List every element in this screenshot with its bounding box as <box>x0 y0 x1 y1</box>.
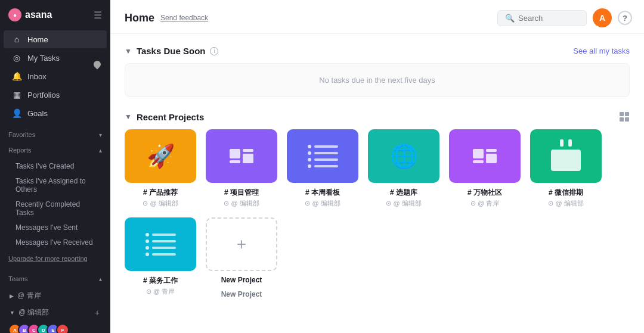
projects-section-chevron[interactable]: ▼ <box>125 113 132 121</box>
project-name-product-push: # 产品推荐 <box>143 188 178 198</box>
reports-label: Reports <box>8 147 32 154</box>
board-icon <box>225 144 258 168</box>
team-at-icon: ⊙ <box>305 200 310 207</box>
team-qingyan[interactable]: ▶ @ 青岸 <box>4 288 107 304</box>
report-tasks-created-label: Tasks I've Created <box>16 162 74 170</box>
see-all-tasks-link[interactable]: See all my tasks <box>573 46 630 55</box>
project-thumbnail-new-project: + <box>206 217 277 271</box>
my-tasks-label: My Tasks <box>27 54 60 63</box>
projects-grid: 🚀 # 产品推荐 ⊙ @ 编辑部 # 项目管理 <box>125 129 630 298</box>
portfolios-label: Portfolios <box>27 91 60 99</box>
project-name-kanban: # 本周看板 <box>305 188 340 198</box>
tasks-due-soon-section: ▼ Tasks Due Soon i See all my tasks No t… <box>125 46 630 97</box>
grid-view-toggle[interactable] <box>619 111 630 122</box>
list-icon <box>302 139 344 174</box>
project-card-project-mgmt[interactable]: # 项目管理 ⊙ @ 编辑部 <box>206 129 277 208</box>
project-team-task-work: ⊙ @ 青岸 <box>146 287 175 296</box>
project-card-weibo-schedule[interactable]: # 微信排期 ⊙ @ 编辑部 <box>530 129 602 208</box>
app-logo[interactable]: ● asana <box>8 8 52 21</box>
project-card-product-push[interactable]: 🚀 # 产品推荐 ⊙ @ 编辑部 <box>125 129 196 208</box>
project-thumbnail-task-work <box>125 217 196 271</box>
report-recently-completed[interactable]: Recently Completed Tasks <box>4 197 107 220</box>
report-messages-sent-label: Messages I've Sent <box>16 223 78 232</box>
tasks-empty-message: No tasks due in the next five days <box>319 76 435 85</box>
team-at-icon: ⊙ <box>146 288 151 295</box>
team-at-icon: ⊙ <box>548 200 553 207</box>
content-area: ▼ Tasks Due Soon i See all my tasks No t… <box>110 34 644 333</box>
reports-nav: Tasks I've Created Tasks I've Assigned t… <box>0 156 110 269</box>
team-at-icon: ⊙ <box>224 200 229 207</box>
main-content: Home Send feedback 🔍 A ? ▼ Tasks Due Soo… <box>110 0 644 333</box>
report-tasks-assigned-label: Tasks I've Assigned to Others <box>16 177 98 194</box>
search-box[interactable]: 🔍 <box>497 10 587 26</box>
top-bar-right: 🔍 A ? <box>497 8 632 27</box>
project-name-weibo-schedule: # 微信排期 <box>549 188 583 198</box>
teams-section-header[interactable]: Teams ▴ <box>0 269 110 285</box>
page-title: Home <box>125 12 154 24</box>
project-team-kanban: ⊙ @ 编辑部 <box>305 199 340 208</box>
tasks-section-chevron[interactable]: ▼ <box>125 47 132 55</box>
tasks-section-title: Tasks Due Soon <box>137 46 206 56</box>
search-input[interactable] <box>518 14 579 23</box>
new-project-plus-icon: + <box>237 235 246 254</box>
project-team-wanwu-community: ⊙ @ 青岸 <box>470 199 499 208</box>
project-team-product-push: ⊙ @ 编辑部 <box>143 199 178 208</box>
project-card-wanwu-community[interactable]: # 万物社区 ⊙ @ 青岸 <box>449 129 521 208</box>
nav-item-home[interactable]: ⌂ Home <box>4 30 107 48</box>
project-thumbnail-product-push: 🚀 <box>125 129 196 183</box>
project-name-task-work: # 菜务工作 <box>143 276 178 286</box>
avatar-6: F <box>56 323 69 333</box>
hamburger-icon[interactable]: ☰ <box>94 10 102 21</box>
globe-icon: 🌐 <box>390 143 418 169</box>
report-tasks-assigned[interactable]: Tasks I've Assigned to Others <box>4 174 107 197</box>
teams-list: ▶ @ 青岸 ▼ @ 编辑部 + A B C D E F # # 选题库 <box>0 285 110 333</box>
nav-item-inbox[interactable]: 🔔 Inbox <box>4 67 107 85</box>
svg-rect-2 <box>620 117 624 122</box>
nav-item-goals[interactable]: 👤 Goals <box>4 104 107 122</box>
project-team-label-kanban: @ 编辑部 <box>312 199 340 208</box>
project-card-new-project[interactable]: + New Project New Project <box>206 217 277 298</box>
tasks-info-icon[interactable]: i <box>210 47 218 55</box>
team-bianji[interactable]: ▼ @ 编辑部 + <box>4 304 107 320</box>
projects-section-title-left: ▼ Recent Projects <box>125 112 204 122</box>
report-messages-received[interactable]: Messages I've Received <box>4 235 107 250</box>
help-button[interactable]: ? <box>618 11 632 25</box>
new-project-label: New Project <box>221 290 262 298</box>
tasks-section-title-left: ▼ Tasks Due Soon i <box>125 46 218 56</box>
recent-projects-title: Recent Projects <box>137 112 204 122</box>
team-bianji-label: @ 编辑部 <box>18 307 49 318</box>
projects-section-title-row: ▼ Recent Projects <box>125 111 630 122</box>
report-messages-sent[interactable]: Messages I've Sent <box>4 220 107 235</box>
chart-icon: ▦ <box>12 90 21 99</box>
project-thumbnail-project-mgmt <box>206 129 277 183</box>
project-card-kanban[interactable]: # 本周看板 ⊙ @ 编辑部 <box>287 129 358 208</box>
reports-section-header[interactable]: Reports ▴ <box>0 141 110 156</box>
reports-chevron: ▴ <box>99 147 102 154</box>
teams-label: Teams <box>8 275 27 282</box>
project-card-task-work[interactable]: # 菜务工作 ⊙ @ 青岸 <box>125 217 196 298</box>
project-team-label-product-push: @ 编辑部 <box>150 199 178 208</box>
favorites-section-header[interactable]: Favorites ▾ <box>0 125 110 141</box>
home-label: Home <box>27 35 48 44</box>
nav-item-portfolios[interactable]: ▦ Portfolios <box>4 86 107 104</box>
project-team-label-wanwu-community: @ 青岸 <box>478 199 499 208</box>
team-at-icon: ⊙ <box>386 200 391 207</box>
feedback-link[interactable]: Send feedback <box>160 14 208 22</box>
tasks-empty-state: No tasks due in the next five days <box>125 63 630 97</box>
project-team-label-task-work: @ 青岸 <box>153 287 175 296</box>
report-tasks-created[interactable]: Tasks I've Created <box>4 159 107 173</box>
upgrade-link[interactable]: Upgrade for more reporting <box>0 250 110 267</box>
person-icon: 👤 <box>12 108 21 118</box>
nav-item-my-tasks[interactable]: ◎ My Tasks <box>4 49 107 67</box>
project-card-topic-lib[interactable]: 🌐 # 选题库 ⊙ @ 编辑部 <box>368 129 439 208</box>
bell-icon: 🔔 <box>12 71 21 81</box>
svg-rect-0 <box>620 112 624 116</box>
project-team-project-mgmt: ⊙ @ 编辑部 <box>224 199 259 208</box>
user-avatar[interactable]: A <box>593 8 612 27</box>
project-thumbnail-wanwu-community <box>449 129 521 183</box>
logo-icon: ● <box>8 8 21 21</box>
team-add-button[interactable]: + <box>92 308 102 318</box>
project-thumbnail-kanban <box>287 129 358 183</box>
project-name-topic-lib: # 选题库 <box>390 188 417 198</box>
team-at-icon: ⊙ <box>143 200 148 207</box>
